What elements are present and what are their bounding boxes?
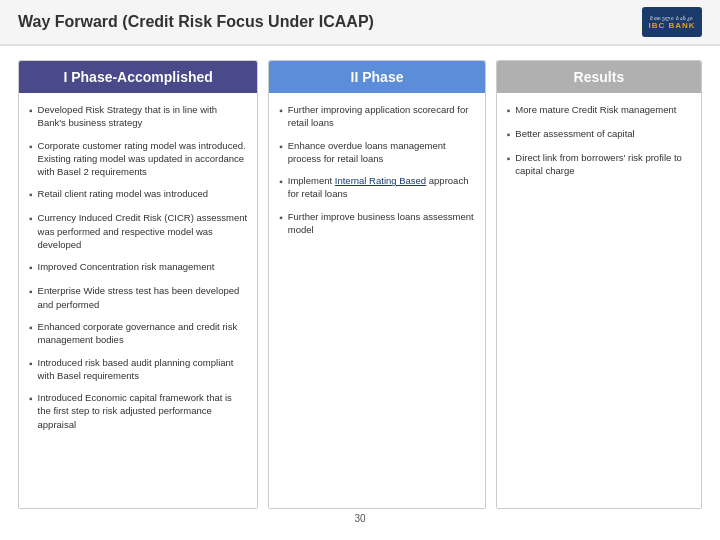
bullet-icon: ▪ — [29, 285, 33, 299]
bullet-icon: ▪ — [29, 392, 33, 406]
bullet-icon: ▪ — [279, 104, 283, 118]
page-number: 30 — [18, 509, 702, 526]
main-content: I Phase-Accomplished ▪Developed Risk Str… — [0, 46, 720, 536]
results-header: Results — [497, 61, 701, 93]
bullet-icon: ▪ — [507, 104, 511, 118]
item-text: More mature Credit Risk management — [515, 103, 691, 116]
item-text: Introduced Economic capital framework th… — [38, 391, 248, 431]
bullet-icon: ▪ — [29, 261, 33, 275]
logo: მთიული ბანკი IBC BANK — [642, 7, 702, 37]
item-text: Retail client rating model was introduce… — [38, 187, 248, 200]
list-item: ▪Implement Internal Rating Based approac… — [279, 174, 475, 201]
item-text: Further improve business loans assessmen… — [288, 210, 475, 237]
bullet-icon: ▪ — [29, 357, 33, 371]
list-item: ▪Developed Risk Strategy that is in line… — [29, 103, 247, 130]
phase1-header: I Phase-Accomplished — [19, 61, 257, 93]
bullet-icon: ▪ — [507, 152, 511, 166]
item-text: Currency Induced Credit Risk (CICR) asse… — [38, 211, 248, 251]
list-item: ▪Further improving application scorecard… — [279, 103, 475, 130]
item-text: Direct link from borrowers' risk profile… — [515, 151, 691, 178]
bullet-icon: ▪ — [29, 321, 33, 335]
item-text: Introduced risk based audit planning com… — [38, 356, 248, 383]
results-body: ▪More mature Credit Risk management▪Bett… — [497, 93, 701, 508]
list-item: ▪Corporate customer rating model was int… — [29, 139, 247, 179]
bullet-icon: ▪ — [29, 140, 33, 154]
page-header: Way Forward (Credit Risk Focus Under ICA… — [0, 0, 720, 46]
list-item: ▪More mature Credit Risk management — [507, 103, 691, 118]
bullet-icon: ▪ — [29, 188, 33, 202]
column-phase2: II Phase ▪Further improving application … — [268, 60, 486, 509]
list-item: ▪Retail client rating model was introduc… — [29, 187, 247, 202]
bullet-icon: ▪ — [29, 212, 33, 226]
item-text: Further improving application scorecard … — [288, 103, 475, 130]
list-item: ▪Direct link from borrowers' risk profil… — [507, 151, 691, 178]
list-item: ▪Enhance overdue loans management proces… — [279, 139, 475, 166]
columns-container: I Phase-Accomplished ▪Developed Risk Str… — [18, 60, 702, 509]
item-text: Improved Concentration risk management — [38, 260, 248, 273]
bullet-icon: ▪ — [279, 211, 283, 225]
list-item: ▪Improved Concentration risk management — [29, 260, 247, 275]
logo-area: მთიული ბანკი IBC BANK — [642, 7, 702, 37]
phase1-body: ▪Developed Risk Strategy that is in line… — [19, 93, 257, 508]
list-item: ▪Enterprise Wide stress test has been de… — [29, 284, 247, 311]
list-item: ▪Further improve business loans assessme… — [279, 210, 475, 237]
list-item: ▪Introduced Economic capital framework t… — [29, 391, 247, 431]
item-text: Implement Internal Rating Based approach… — [288, 174, 475, 201]
list-item: ▪Enhanced corporate governance and credi… — [29, 320, 247, 347]
list-item: ▪Better assessment of capital — [507, 127, 691, 142]
bullet-icon: ▪ — [507, 128, 511, 142]
item-text: Enterprise Wide stress test has been dev… — [38, 284, 248, 311]
column-phase1: I Phase-Accomplished ▪Developed Risk Str… — [18, 60, 258, 509]
bullet-icon: ▪ — [279, 140, 283, 154]
list-item: ▪Introduced risk based audit planning co… — [29, 356, 247, 383]
column-results: Results ▪More mature Credit Risk managem… — [496, 60, 702, 509]
phase2-body: ▪Further improving application scorecard… — [269, 93, 485, 508]
item-text: Better assessment of capital — [515, 127, 691, 140]
item-text: Enhance overdue loans management process… — [288, 139, 475, 166]
bullet-icon: ▪ — [29, 104, 33, 118]
page-title: Way Forward (Credit Risk Focus Under ICA… — [18, 13, 374, 31]
list-item: ▪Currency Induced Credit Risk (CICR) ass… — [29, 211, 247, 251]
logo-bottom-text: IBC BANK — [648, 21, 695, 30]
item-text: Corporate customer rating model was intr… — [38, 139, 248, 179]
internal-link[interactable]: Internal Rating Based — [335, 175, 426, 186]
item-text: Developed Risk Strategy that is in line … — [38, 103, 248, 130]
phase2-header: II Phase — [269, 61, 485, 93]
item-text: Enhanced corporate governance and credit… — [38, 320, 248, 347]
bullet-icon: ▪ — [279, 175, 283, 189]
